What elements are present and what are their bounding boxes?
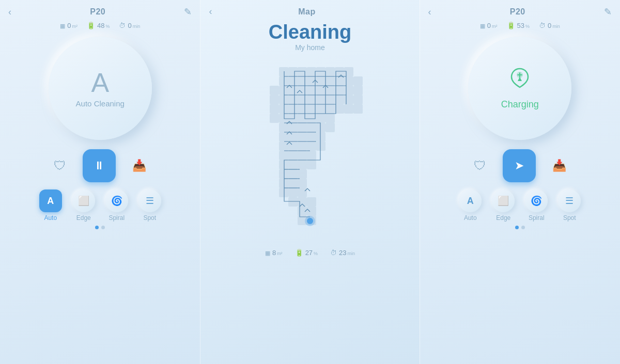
right-time-unit: min bbox=[552, 24, 560, 29]
right-spiral-icon: 🌀 bbox=[531, 195, 542, 207]
svg-rect-72 bbox=[298, 151, 307, 160]
right-edit-icon[interactable]: ✎ bbox=[604, 6, 612, 18]
left-auto-icon: A bbox=[47, 196, 54, 207]
svg-rect-7 bbox=[344, 67, 353, 76]
left-area-value: 0 bbox=[67, 22, 71, 29]
middle-time-unit: min bbox=[348, 251, 355, 256]
left-time-value: 0 bbox=[128, 22, 131, 29]
svg-rect-58 bbox=[316, 123, 326, 132]
middle-time-icon: ⏱ bbox=[330, 249, 337, 257]
svg-rect-15 bbox=[344, 76, 353, 86]
svg-rect-29 bbox=[288, 95, 298, 104]
svg-rect-64 bbox=[316, 132, 326, 141]
svg-rect-78 bbox=[279, 169, 288, 179]
svg-rect-1 bbox=[288, 67, 298, 76]
left-stat-area: ▦ 0 m² bbox=[60, 22, 78, 29]
right-spot-icon: ☰ bbox=[565, 195, 574, 207]
middle-header: ‹ Map bbox=[209, 6, 411, 17]
middle-area-unit: m² bbox=[277, 251, 283, 256]
right-charging-circle[interactable]: + Charging bbox=[468, 37, 571, 140]
svg-rect-17 bbox=[270, 86, 279, 95]
right-area-icon: ▦ bbox=[480, 23, 485, 29]
svg-rect-87 bbox=[288, 197, 298, 207]
right-mode-auto[interactable]: A Auto bbox=[459, 189, 482, 221]
svg-rect-81 bbox=[279, 179, 288, 188]
right-mode-row: A Auto ⬜ Edge 🌀 Spiral ☰ Spot bbox=[459, 189, 581, 221]
left-mode-spot[interactable]: ☰ Spot bbox=[138, 189, 161, 221]
svg-rect-43 bbox=[326, 104, 335, 114]
svg-rect-63 bbox=[307, 132, 316, 141]
left-back-icon[interactable]: ‹ bbox=[8, 7, 11, 18]
middle-title: Map bbox=[298, 7, 316, 17]
left-spot-label: Spot bbox=[143, 214, 156, 221]
left-dot-row bbox=[95, 226, 105, 229]
middle-stat-area: ▦ 8 m² bbox=[265, 249, 283, 257]
svg-rect-54 bbox=[279, 123, 288, 132]
left-mode-edge[interactable]: ⬜ Edge bbox=[72, 189, 95, 221]
middle-stat-time: ⏱ 23 min bbox=[330, 249, 355, 257]
right-stat-battery: 🔋 53 % bbox=[507, 22, 530, 29]
svg-rect-79 bbox=[288, 169, 298, 179]
svg-rect-45 bbox=[344, 104, 353, 114]
right-stat-time: ⏱ 0 min bbox=[539, 22, 560, 29]
right-auto-icon: A bbox=[467, 196, 474, 207]
left-stat-battery: 🔋 48 % bbox=[87, 22, 110, 29]
left-pause-button[interactable]: ⏸ bbox=[83, 149, 116, 182]
left-battery-value: 48 bbox=[97, 22, 104, 29]
right-mode-spiral[interactable]: 🌀 Spiral bbox=[525, 189, 548, 221]
time-icon-left: ⏱ bbox=[119, 22, 126, 29]
middle-back-icon[interactable]: ‹ bbox=[209, 6, 212, 17]
middle-stat-battery: 🔋 27 % bbox=[295, 249, 318, 257]
right-mode-edge[interactable]: ⬜ Edge bbox=[492, 189, 515, 221]
right-mode-spot[interactable]: ☰ Spot bbox=[558, 189, 581, 221]
svg-rect-6 bbox=[335, 67, 344, 76]
svg-rect-88 bbox=[298, 197, 307, 207]
svg-rect-31 bbox=[307, 95, 316, 104]
right-auto-label: Auto bbox=[464, 214, 477, 221]
left-edge-label: Edge bbox=[76, 214, 91, 221]
right-back-icon[interactable]: ‹ bbox=[428, 7, 431, 18]
svg-rect-27 bbox=[270, 95, 279, 104]
svg-rect-34 bbox=[335, 95, 344, 104]
svg-rect-37 bbox=[270, 104, 279, 114]
right-header: ‹ P20 ✎ bbox=[428, 6, 612, 18]
middle-bottom-stats: ▦ 8 m² 🔋 27 % ⏱ 23 min bbox=[265, 249, 355, 257]
svg-rect-41 bbox=[307, 104, 316, 114]
charging-icon: + bbox=[507, 67, 532, 96]
svg-rect-70 bbox=[279, 151, 288, 160]
svg-rect-65 bbox=[279, 141, 288, 151]
svg-rect-52 bbox=[316, 114, 326, 123]
middle-area-icon: ▦ bbox=[265, 250, 270, 257]
svg-rect-39 bbox=[288, 104, 298, 114]
right-send-button[interactable]: ➤ bbox=[503, 149, 536, 182]
svg-rect-8 bbox=[279, 76, 288, 86]
right-shield-icon[interactable]: 🛡 bbox=[474, 159, 486, 173]
right-dock-icon[interactable]: 📥 bbox=[552, 159, 566, 172]
left-spot-icon-wrap: ☰ bbox=[138, 189, 161, 212]
left-edit-icon[interactable]: ✎ bbox=[184, 6, 192, 18]
svg-rect-11 bbox=[307, 76, 316, 86]
left-mode-auto[interactable]: A Auto bbox=[39, 189, 62, 221]
svg-rect-59 bbox=[326, 123, 335, 132]
svg-rect-86 bbox=[298, 188, 307, 197]
svg-rect-13 bbox=[326, 76, 335, 86]
left-stat-time: ⏱ 0 min bbox=[119, 22, 140, 29]
svg-rect-10 bbox=[298, 76, 307, 86]
left-dock-icon[interactable]: 📥 bbox=[132, 159, 146, 172]
right-time-icon: ⏱ bbox=[539, 22, 546, 29]
left-circle-button[interactable]: A Auto Cleaning bbox=[49, 37, 152, 140]
right-control-row: 🛡 ➤ 📥 bbox=[474, 149, 566, 182]
svg-rect-18 bbox=[279, 86, 288, 95]
svg-rect-28 bbox=[279, 95, 288, 104]
right-spot-label: Spot bbox=[563, 214, 576, 221]
left-shield-icon[interactable]: 🛡 bbox=[54, 159, 66, 173]
cleaning-subtitle: My home bbox=[269, 43, 351, 52]
svg-rect-89 bbox=[307, 197, 316, 207]
svg-rect-0 bbox=[279, 67, 288, 76]
left-spiral-label: Spiral bbox=[109, 214, 125, 221]
left-mode-spiral[interactable]: 🌀 Spiral bbox=[105, 189, 128, 221]
svg-rect-83 bbox=[298, 179, 307, 188]
svg-rect-80 bbox=[298, 169, 307, 179]
left-edge-icon: ⬜ bbox=[78, 195, 89, 207]
svg-rect-26 bbox=[353, 86, 363, 95]
